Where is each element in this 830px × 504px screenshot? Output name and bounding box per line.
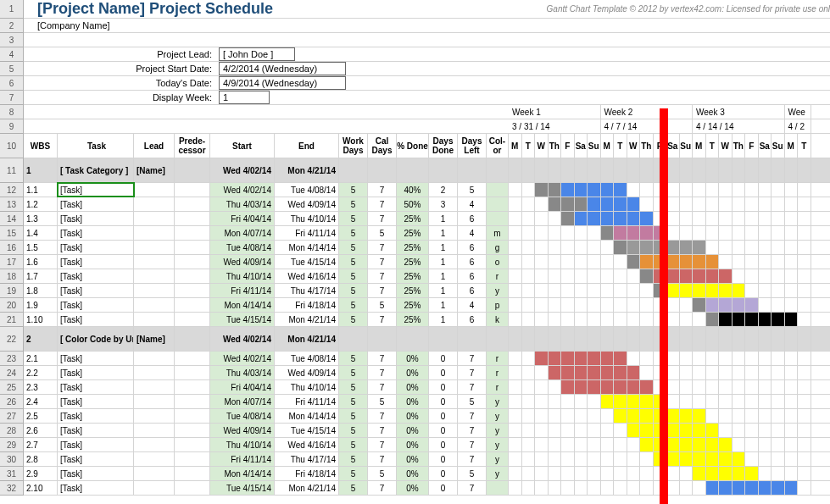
wbs-cell[interactable]: 1 [24, 158, 58, 182]
gantt-day-cell[interactable] [680, 467, 694, 480]
workdays-cell[interactable]: 5 [339, 380, 368, 394]
caldays-cell[interactable]: 7 [368, 255, 397, 269]
task-cell[interactable]: [Task] [58, 284, 134, 297]
gantt-day-cell[interactable] [759, 313, 772, 326]
data-row[interactable]: 131.2[Task]Thu 4/03/14Wed 4/09/145750%34 [0, 197, 830, 212]
gantt-day-cell[interactable] [666, 298, 680, 312]
gantt-day-cell[interactable] [640, 298, 654, 312]
gantt-day-cell[interactable] [680, 313, 694, 326]
gantt-day-cell[interactable] [666, 212, 680, 225]
gantt-day-cell[interactable] [522, 352, 536, 365]
end-cell[interactable]: Wed 4/16/14 [275, 269, 339, 283]
gantt-day-cell[interactable] [614, 467, 627, 480]
gantt-day-cell[interactable] [640, 409, 654, 423]
gantt-day-cell[interactable] [719, 327, 733, 351]
wbs-cell[interactable]: 2.7 [24, 438, 58, 451]
gantt-day-cell[interactable] [561, 366, 575, 379]
gantt-day-cell[interactable] [693, 366, 706, 379]
gantt-day-cell[interactable] [680, 395, 694, 408]
gantt-day-cell[interactable] [785, 226, 799, 240]
lead-cell[interactable]: [Name] [134, 158, 175, 182]
caldays-cell[interactable]: 7 [368, 284, 397, 297]
gantt-day-cell[interactable] [575, 352, 588, 365]
row-number[interactable]: 32 [0, 481, 24, 496]
gantt-day-cell[interactable] [680, 226, 694, 240]
gantt-day-cell[interactable] [719, 241, 733, 254]
task-cell[interactable]: [Task] [58, 366, 134, 379]
gantt-day-cell[interactable] [693, 241, 706, 254]
end-cell[interactable]: Thu 4/10/14 [275, 380, 339, 394]
start-cell[interactable]: Thu 4/03/14 [210, 197, 275, 211]
gantt-day-cell[interactable] [693, 424, 706, 437]
task-cell[interactable]: [Task] [58, 197, 134, 211]
workdays-cell[interactable]: 5 [339, 395, 368, 408]
start-cell[interactable]: Wed 4/02/14 [210, 183, 275, 197]
gantt-day-cell[interactable] [588, 212, 601, 225]
gantt-day-cell[interactable] [561, 284, 575, 297]
row-number[interactable]: 22 [0, 327, 24, 352]
gantt-day-cell[interactable] [509, 212, 522, 225]
start-cell[interactable]: Tue 4/08/14 [210, 241, 275, 254]
gantt-day-cell[interactable] [549, 298, 562, 312]
gantt-day-cell[interactable] [693, 481, 706, 495]
gantt-day-cell[interactable] [759, 197, 772, 211]
gantt-day-cell[interactable] [680, 197, 694, 211]
gantt-day-cell[interactable] [733, 197, 746, 211]
row-number[interactable]: 23 [0, 352, 24, 366]
gantt-day-cell[interactable] [535, 438, 549, 451]
gantt-day-cell[interactable] [772, 467, 785, 480]
gantt-day-cell[interactable] [601, 212, 615, 225]
color-cell[interactable] [487, 327, 509, 351]
pct-cell[interactable]: 25% [397, 226, 429, 240]
gantt-day-cell[interactable] [601, 298, 615, 312]
daysdone-cell[interactable]: 0 [429, 424, 458, 437]
gantt-day-cell[interactable] [549, 352, 562, 365]
gantt-day-cell[interactable] [509, 298, 522, 312]
gantt-day-cell[interactable] [522, 438, 536, 451]
gantt-day-cell[interactable] [522, 212, 536, 225]
wbs-cell[interactable]: 2 [24, 327, 58, 351]
gantt-day-cell[interactable] [588, 226, 601, 240]
gantt-day-cell[interactable] [666, 438, 680, 451]
gantt-day-cell[interactable] [745, 438, 759, 451]
gantt-day-cell[interactable] [666, 395, 680, 408]
gantt-day-cell[interactable] [522, 409, 536, 423]
lead-cell[interactable] [134, 452, 175, 466]
wbs-cell[interactable]: 1.7 [24, 269, 58, 283]
pct-cell[interactable]: 25% [397, 269, 429, 283]
caldays-cell[interactable]: 7 [368, 438, 397, 451]
end-cell[interactable]: Thu 4/17/14 [275, 284, 339, 297]
gantt-day-cell[interactable] [561, 183, 575, 197]
gantt-day-cell[interactable] [733, 327, 746, 351]
gantt-day-cell[interactable] [509, 467, 522, 480]
gantt-day-cell[interactable] [666, 424, 680, 437]
daysleft-cell[interactable]: 5 [458, 467, 487, 480]
gantt-day-cell[interactable] [772, 395, 785, 408]
gantt-day-cell[interactable] [706, 284, 720, 297]
gantt-day-cell[interactable] [535, 395, 549, 408]
task-cell[interactable]: [Task] [58, 183, 134, 197]
workdays-cell[interactable]: 5 [339, 467, 368, 480]
pred-cell[interactable] [175, 183, 210, 197]
gantt-day-cell[interactable] [549, 424, 562, 437]
gantt-day-cell[interactable] [666, 269, 680, 283]
gantt-day-cell[interactable] [745, 424, 759, 437]
gantt-day-cell[interactable] [666, 284, 680, 297]
gantt-day-cell[interactable] [575, 241, 588, 254]
col-header-col[interactable]: Col-or [487, 134, 509, 158]
gantt-day-cell[interactable] [745, 366, 759, 379]
gantt-day-cell[interactable] [535, 424, 549, 437]
gantt-day-cell[interactable] [745, 284, 759, 297]
daysdone-cell[interactable]: 1 [429, 269, 458, 283]
data-row[interactable]: 242.2[Task]Thu 4/03/14Wed 4/09/14570%07r [0, 366, 830, 380]
task-cell[interactable]: [Task] [58, 298, 134, 312]
gantt-day-cell[interactable] [627, 226, 641, 240]
gantt-day-cell[interactable] [561, 158, 575, 182]
gantt-day-cell[interactable] [693, 226, 706, 240]
gantt-day-cell[interactable] [785, 352, 799, 365]
gantt-day-cell[interactable] [680, 366, 694, 379]
data-row[interactable]: 282.6[Task]Wed 4/09/14Tue 4/15/14570%07y [0, 424, 830, 438]
color-cell[interactable]: y [487, 409, 509, 423]
gantt-day-cell[interactable] [601, 467, 615, 480]
caldays-cell[interactable]: 7 [368, 424, 397, 437]
